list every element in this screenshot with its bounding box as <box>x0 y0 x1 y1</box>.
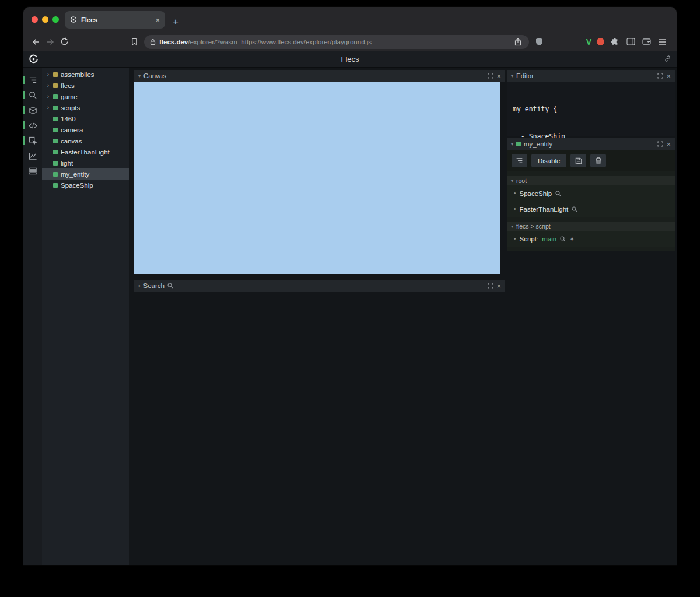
delete-button[interactable] <box>590 154 606 167</box>
component-label-value: main <box>542 236 556 243</box>
script-editor[interactable]: my_entity { - SpaceShip - FasterThanLigh… <box>507 82 675 136</box>
new-tab-button[interactable]: + <box>173 16 178 28</box>
active-indicator <box>23 106 24 114</box>
editor-panel: ▾ Editor × my_entity { - SpaceShip - Fas… <box>507 70 675 136</box>
active-indicator <box>23 76 24 84</box>
flecs-explorer-app: Flecs <box>23 51 677 565</box>
lock-icon <box>150 38 156 45</box>
shield-icon[interactable] <box>532 35 546 49</box>
tree-item-scripts[interactable]: › scripts <box>42 102 130 113</box>
vue-devtools-extension-icon[interactable]: V <box>586 37 592 47</box>
search-icon <box>167 283 173 289</box>
tree-item-assemblies[interactable]: › assemblies <box>42 69 130 80</box>
bullet-icon: • <box>514 190 516 196</box>
rail-stats-button[interactable] <box>23 148 42 163</box>
close-icon[interactable]: × <box>666 141 671 148</box>
panel-title: Editor <box>516 72 534 79</box>
disable-button[interactable]: Disable <box>531 154 566 167</box>
close-icon[interactable]: × <box>666 72 671 80</box>
rail-code-button[interactable] <box>23 118 42 133</box>
chevron-down-icon[interactable]: ▾ <box>511 142 513 147</box>
url-host: flecs.dev <box>159 38 188 45</box>
chevron-right-icon[interactable]: › <box>46 94 50 100</box>
forward-button[interactable] <box>43 35 57 49</box>
rail-queries-button[interactable] <box>23 163 42 178</box>
entity-square-icon <box>53 128 58 132</box>
extensions-puzzle-icon[interactable] <box>610 35 620 49</box>
tree-item-label: scripts <box>61 104 80 111</box>
inspector-toolbar: Disable <box>507 150 675 171</box>
component-row-spaceship[interactable]: • SpaceShip <box>507 185 675 201</box>
entity-square-icon <box>53 161 58 166</box>
code-line: my_entity { <box>513 105 669 114</box>
tab-close-icon[interactable]: × <box>155 16 160 24</box>
active-indicator <box>23 91 24 99</box>
search-icon[interactable] <box>560 236 566 242</box>
tree-item-canvas[interactable]: canvas <box>42 135 130 146</box>
rail-outline-tree-button[interactable] <box>23 72 42 87</box>
component-row-script-main[interactable]: • Script: main ∗ <box>507 231 675 247</box>
chevron-right-icon[interactable]: › <box>46 83 50 89</box>
bookmark-sidebar-icon[interactable] <box>127 35 141 49</box>
tree-item-flecs[interactable]: › flecs <box>42 80 130 91</box>
rail-entities-button[interactable] <box>23 103 42 118</box>
url-path: /explorer/?wasm=https://www.flecs.dev/ex… <box>188 38 372 45</box>
component-row-fasterthanlight[interactable]: • FasterThanLight <box>507 201 675 217</box>
rail-inspect-button[interactable] <box>23 133 42 148</box>
red-extension-icon[interactable] <box>597 38 604 45</box>
component-label: FasterThanLight <box>520 206 569 213</box>
tree-item-camera[interactable]: camera <box>42 124 130 135</box>
menu-icon[interactable] <box>657 35 667 49</box>
active-indicator <box>23 121 24 129</box>
url-text: flecs.dev/explorer/?wasm=https://www.fle… <box>159 38 509 45</box>
section-header-root[interactable]: ▾ root <box>507 176 675 185</box>
side-panel-icon[interactable] <box>625 35 636 49</box>
panel-title: Search <box>144 282 164 289</box>
back-button[interactable] <box>29 35 43 49</box>
share-icon[interactable] <box>513 35 523 49</box>
share-link-icon[interactable] <box>664 54 671 65</box>
minimize-window-button[interactable] <box>42 16 48 23</box>
expand-icon[interactable] <box>488 283 494 289</box>
page-title: Flecs <box>23 55 677 64</box>
tree-item-1460[interactable]: 1460 <box>42 113 130 124</box>
search-panel: • Search × <box>134 280 505 292</box>
search-icon[interactable] <box>555 191 561 196</box>
save-button[interactable] <box>570 154 586 167</box>
tree-item-label: canvas <box>61 138 82 145</box>
search-icon[interactable] <box>572 206 578 212</box>
reload-button[interactable] <box>57 35 71 49</box>
search-panel-header[interactable]: • Search × <box>134 280 505 292</box>
tab-title: Flecs <box>81 16 151 23</box>
wallet-icon[interactable] <box>641 35 652 49</box>
chevron-down-icon[interactable]: ▾ <box>511 73 513 79</box>
section-title: flecs > script <box>516 223 551 230</box>
chevron-right-icon[interactable]: › <box>46 105 50 111</box>
expand-icon[interactable] <box>657 73 663 79</box>
close-window-button[interactable] <box>32 16 38 23</box>
tree-view-button[interactable] <box>512 154 527 167</box>
entity-square-icon <box>53 139 58 143</box>
chevron-down-icon[interactable]: ▾ <box>138 73 141 79</box>
browser-tab-flecs[interactable]: Flecs × <box>65 11 165 29</box>
tree-item-game[interactable]: › game <box>42 91 130 102</box>
entity-tree: › assemblies › flecs › game › scripts <box>42 68 130 565</box>
tree-item-fasterthanlight[interactable]: FasterThanLight <box>42 146 130 157</box>
close-icon[interactable]: × <box>496 282 501 290</box>
rail-search-button[interactable] <box>23 87 42 103</box>
zoom-window-button[interactable] <box>52 16 59 23</box>
workspace: ▾ Canvas × • Search <box>130 68 677 565</box>
chevron-right-icon[interactable]: › <box>46 72 50 78</box>
expand-icon[interactable] <box>488 73 494 79</box>
section-header-flecs-script[interactable]: ▾ flecs > script <box>507 222 675 231</box>
close-icon[interactable]: × <box>496 72 501 80</box>
tree-item-light[interactable]: light <box>42 157 130 168</box>
address-bar[interactable]: flecs.dev/explorer/?wasm=https://www.fle… <box>144 35 529 49</box>
active-indicator <box>23 136 24 145</box>
render-canvas[interactable] <box>134 82 501 274</box>
entity-square-icon <box>53 117 58 121</box>
entity-square-icon <box>53 172 58 177</box>
tree-item-my-entity[interactable]: my_entity <box>42 168 130 180</box>
expand-icon[interactable] <box>657 141 663 147</box>
tree-item-spaceship[interactable]: SpaceShip <box>42 180 130 191</box>
